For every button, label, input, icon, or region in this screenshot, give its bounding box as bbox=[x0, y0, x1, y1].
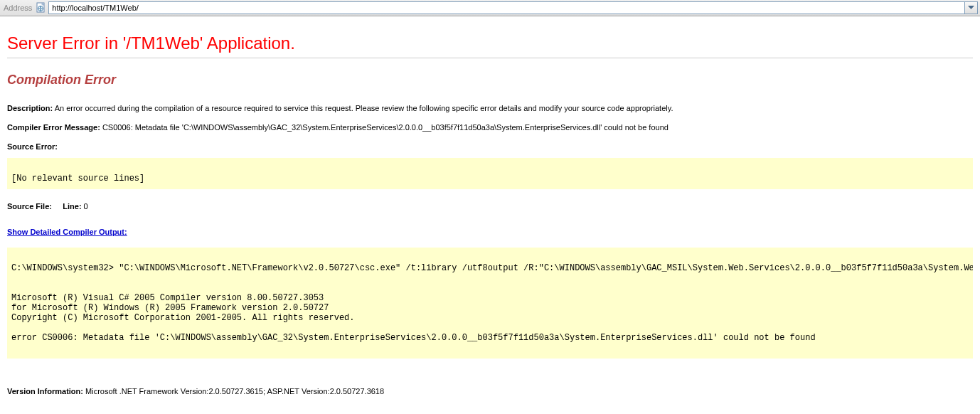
show-detailed-output-link[interactable]: Show Detailed Compiler Output: bbox=[7, 228, 127, 236]
line-label: Line: bbox=[63, 202, 81, 211]
version-text: Microsoft .NET Framework Version:2.0.507… bbox=[85, 387, 384, 396]
source-error-block: [No relevant source lines] bbox=[7, 158, 973, 189]
error-page-content: Server Error in '/TM1Web' Application. C… bbox=[0, 16, 980, 410]
error-subtitle: Compilation Error bbox=[7, 73, 973, 87]
compiler-msg-text: CS0006: Metadata file 'C:\WINDOWS\assemb… bbox=[102, 123, 669, 132]
version-info: Version Information: Microsoft .NET Fram… bbox=[7, 387, 973, 396]
source-file-line: Source File: Line: 0 bbox=[7, 202, 973, 211]
source-file-label: Source File: bbox=[7, 202, 52, 211]
page-icon bbox=[36, 2, 47, 14]
compiler-msg-label: Compiler Error Message: bbox=[7, 123, 100, 132]
detailed-output-block: C:\WINDOWS\system32> "C:\WINDOWS\Microso… bbox=[7, 248, 973, 359]
address-bar: Address bbox=[0, 0, 980, 16]
url-input[interactable] bbox=[48, 1, 965, 14]
description-text: An error occurred during the compilation… bbox=[55, 104, 673, 112]
version-label: Version Information: bbox=[7, 387, 83, 396]
address-label: Address bbox=[2, 4, 32, 12]
source-error-label: Source Error: bbox=[7, 142, 973, 151]
description-label: Description: bbox=[7, 104, 53, 112]
line-value: 0 bbox=[84, 202, 88, 211]
compiler-msg-line: Compiler Error Message: CS0006: Metadata… bbox=[7, 122, 973, 133]
title-divider bbox=[7, 58, 973, 58]
url-dropdown-button[interactable] bbox=[965, 1, 978, 14]
page-title: Server Error in '/TM1Web' Application. bbox=[7, 33, 973, 53]
description-line: Description: An error occurred during th… bbox=[7, 103, 973, 114]
